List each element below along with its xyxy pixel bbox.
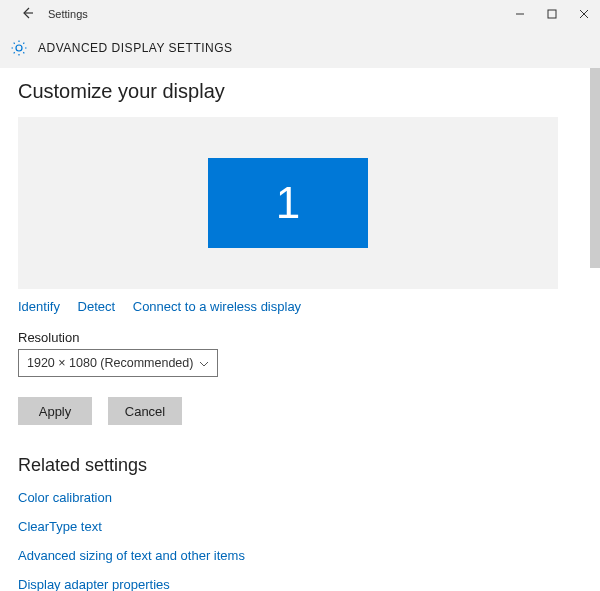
related-links: Color calibration ClearType text Advance… (18, 490, 572, 591)
related-heading: Related settings (18, 455, 572, 476)
svg-rect-1 (548, 10, 556, 18)
wireless-display-link[interactable]: Connect to a wireless display (133, 299, 301, 314)
resolution-value: 1920 × 1080 (Recommended) (27, 356, 193, 370)
monitor-tile[interactable]: 1 (208, 158, 368, 248)
chevron-down-icon (199, 358, 209, 369)
apply-label: Apply (39, 404, 72, 419)
display-action-links: Identify Detect Connect to a wireless di… (18, 299, 572, 314)
cancel-label: Cancel (125, 404, 165, 419)
back-button[interactable] (16, 2, 38, 24)
window-controls (504, 0, 600, 28)
content: Customize your display 1 Identify Detect… (0, 68, 590, 591)
detect-link[interactable]: Detect (78, 299, 116, 314)
titlebar: Settings (0, 0, 600, 28)
header: ADVANCED DISPLAY SETTINGS (0, 28, 600, 68)
cleartype-link[interactable]: ClearType text (18, 519, 558, 534)
scrollbar-thumb[interactable] (590, 68, 600, 268)
resolution-label: Resolution (18, 330, 572, 345)
minimize-button[interactable] (504, 0, 536, 28)
window-title: Settings (48, 8, 88, 20)
color-calibration-link[interactable]: Color calibration (18, 490, 558, 505)
customize-heading: Customize your display (18, 80, 572, 103)
apply-button[interactable]: Apply (18, 397, 92, 425)
resolution-select[interactable]: 1920 × 1080 (Recommended) (18, 349, 218, 377)
monitor-number: 1 (276, 178, 300, 228)
display-adapter-link[interactable]: Display adapter properties (18, 577, 558, 591)
close-button[interactable] (568, 0, 600, 28)
identify-link[interactable]: Identify (18, 299, 60, 314)
gear-icon (10, 39, 28, 57)
page-title: ADVANCED DISPLAY SETTINGS (38, 41, 233, 55)
display-preview: 1 (18, 117, 558, 289)
button-row: Apply Cancel (18, 397, 572, 425)
maximize-button[interactable] (536, 0, 568, 28)
advanced-sizing-link[interactable]: Advanced sizing of text and other items (18, 548, 558, 563)
cancel-button[interactable]: Cancel (108, 397, 182, 425)
